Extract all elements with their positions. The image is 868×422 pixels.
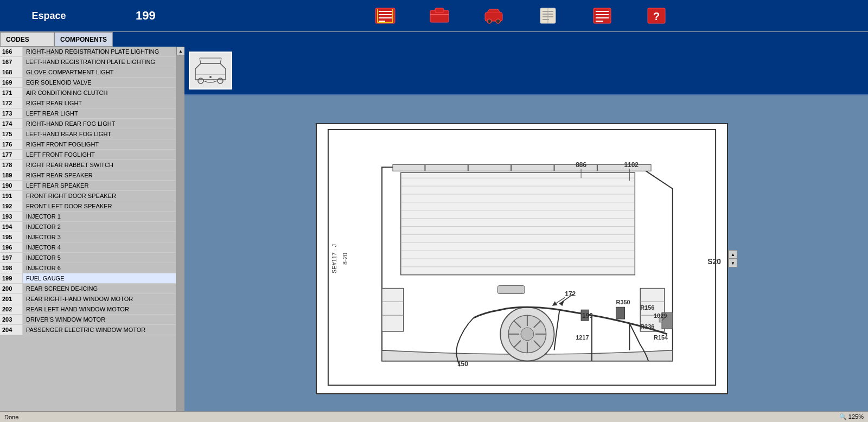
sidebar-item[interactable]: 201REAR RIGHT-HAND WINDOW MOTOR (0, 294, 176, 304)
wiring-icon[interactable] (374, 6, 396, 25)
sidebar-item-num: 190 (0, 181, 23, 190)
sidebar-item[interactable]: 172RIGHT REAR LIGHT (0, 98, 176, 108)
zoom-icon: 🔍 (839, 413, 847, 420)
sidebar-item[interactable]: 204PASSENGER ELECTRIC WINDOW MOTOR (0, 325, 176, 335)
svg-text:199: 199 (582, 312, 593, 319)
sidebar-item-num: 193 (0, 212, 23, 221)
sidebar-item-num: 177 (0, 150, 23, 159)
sidebar-item-label: RIGHT-HAND REGISTRATION PLATE LIGHTING (23, 47, 176, 56)
svg-point-61 (521, 328, 534, 341)
sidebar-scrollbar: ▲ ▼ (176, 47, 184, 422)
sidebar-item[interactable]: 198INJECTOR 6 (0, 263, 176, 273)
sidebar-item[interactable]: 174RIGHT-HAND REAR FOG LIGHT (0, 119, 176, 129)
sidebar-item[interactable]: 167LEFT-HAND REGISTRATION PLATE LIGHTING (0, 57, 176, 67)
sidebar-item[interactable]: 166RIGHT-HAND REGISTRATION PLATE LIGHTIN… (0, 47, 176, 57)
sidebar-item-num: 191 (0, 191, 23, 201)
sidebar-item[interactable]: 194INJECTOR 2 (0, 222, 176, 232)
sidebar-item-label: INJECTOR 1 (23, 212, 176, 221)
book-icon[interactable] (537, 6, 559, 25)
sidebar-item-num: 189 (0, 170, 23, 180)
sidebar-item[interactable]: 196INJECTOR 4 (0, 242, 176, 253)
sidebar-item[interactable]: 197INJECTOR 5 (0, 253, 176, 263)
sidebar-item[interactable]: 168GLOVE COMPARTMENT LIGHT (0, 67, 176, 78)
sidebar-item-label: EGR SOLENOID VALVE (23, 78, 176, 87)
sidebar-item-label: PASSENGER ELECTRIC WINDOW MOTOR (23, 325, 176, 335)
sidebar-item[interactable]: 202REAR LEFT-HAND WINDOW MOTOR (0, 304, 176, 315)
sidebar-item[interactable]: 203DRIVER'S WINDOW MOTOR (0, 315, 176, 325)
sidebar-item-num: 198 (0, 263, 23, 273)
svg-text:1217: 1217 (576, 334, 589, 341)
sidebar-item-num: 166 (0, 47, 23, 56)
diagram-scroll-up[interactable]: ▲ (729, 250, 737, 259)
status-text: Done (4, 414, 18, 420)
sidebar-item[interactable]: 195INJECTOR 3 (0, 232, 176, 242)
sidebar-item-label: DRIVER'S WINDOW MOTOR (23, 315, 176, 324)
svg-text:886: 886 (576, 161, 586, 169)
svg-rect-52 (382, 289, 404, 331)
sidebar-item-label: FRONT LEFT DOOR SPEAKER (23, 201, 176, 211)
scrollbar-track[interactable] (176, 55, 184, 413)
sidebar-item-num: 174 (0, 119, 23, 129)
sidebar-item-label: FRONT RIGHT DOOR SPEAKER (23, 191, 176, 201)
sidebar-item-label: LEFT FRONT FOGLIGHT (23, 150, 176, 159)
sidebar-item-num: 167 (0, 57, 23, 67)
sidebar-item[interactable]: 171AIR CONDITIONING CLUTCH (0, 88, 176, 98)
sidebar-item[interactable]: 178RIGHT REAR RABBET SWITCH (0, 160, 176, 170)
sidebar-wrapper: 166RIGHT-HAND REGISTRATION PLATE LIGHTIN… (0, 47, 184, 422)
sidebar-item-label: RIGHT REAR LIGHT (23, 98, 176, 108)
sidebar-item[interactable]: 176RIGHT FRONT FOGLIGHT (0, 139, 176, 150)
sidebar-item-num: 176 (0, 139, 23, 149)
code-number: 199 (136, 9, 168, 23)
diagram-scrollbar: ▲ ▼ (728, 250, 737, 267)
help-icon[interactable]: ? (646, 6, 667, 25)
sidebar-item-label: RIGHT REAR RABBET SWITCH (23, 160, 176, 170)
sidebar-item[interactable]: 192FRONT LEFT DOOR SPEAKER (0, 201, 176, 212)
sidebar-item-num: 200 (0, 284, 23, 293)
app-title: Espace (5, 10, 92, 22)
main-area: 166RIGHT-HAND REGISTRATION PLATE LIGHTIN… (0, 47, 868, 422)
sidebar-item[interactable]: 189RIGHT REAR SPEAKER (0, 170, 176, 181)
svg-point-9 (487, 19, 492, 23)
svg-text:R154: R154 (654, 334, 668, 341)
sidebar-item-label: REAR SCREEN DE-ICING (23, 284, 176, 293)
sidebar-item-num: 202 (0, 304, 23, 314)
sidebar-item-label: INJECTOR 6 (23, 263, 176, 273)
sidebar-item-label: INJECTOR 4 (23, 242, 176, 252)
svg-rect-71 (616, 307, 625, 319)
diagram-scroll-down[interactable]: ▼ (729, 259, 737, 267)
sidebar-item[interactable]: 190LEFT REAR SPEAKER (0, 181, 176, 191)
sidebar-item-label: REAR RIGHT-HAND WINDOW MOTOR (23, 294, 176, 304)
sidebar-item-label: INJECTOR 5 (23, 253, 176, 263)
sidebar-item[interactable]: 175LEFT-HAND REAR FOG LIGHT (0, 129, 176, 139)
sidebar-item[interactable]: 173LEFT REAR LIGHT (0, 108, 176, 119)
sidebar-list: 166RIGHT-HAND REGISTRATION PLATE LIGHTIN… (0, 47, 176, 422)
toolbar: ? (179, 6, 863, 25)
thumbnail-strip (184, 47, 868, 95)
sidebar-item[interactable]: 191FRONT RIGHT DOOR SPEAKER (0, 191, 176, 201)
svg-rect-46 (393, 164, 651, 171)
sidebar-item-num: 204 (0, 325, 23, 335)
svg-text:SE#117 - J: SE#117 - J (331, 244, 337, 273)
sidebar-item[interactable]: 169EGR SOLENOID VALVE (0, 78, 176, 88)
sidebar-item-num: 199 (0, 273, 23, 283)
sidebar-item-num: 201 (0, 294, 23, 304)
sidebar-item[interactable]: 199FUEL GAUGE (0, 273, 176, 284)
sidebar-item-num: 169 (0, 78, 23, 87)
tab-codes[interactable]: CODES (0, 32, 54, 47)
sidebar-item-label: LEFT-HAND REGISTRATION PLATE LIGHTING (23, 57, 176, 67)
sidebar-item-num: 175 (0, 129, 23, 139)
car-icon[interactable] (483, 6, 505, 25)
sidebar-item-label: FUEL GAUGE (23, 273, 176, 283)
sidebar-item[interactable]: 200REAR SCREEN DE-ICING (0, 284, 176, 294)
thumbnail-1[interactable] (189, 52, 232, 89)
toolkit-icon[interactable] (429, 6, 450, 25)
sidebar-item[interactable]: 193INJECTOR 1 (0, 212, 176, 222)
svg-text:1102: 1102 (624, 161, 639, 169)
sidebar-item[interactable]: 177LEFT FRONT FOGLIGHT (0, 150, 176, 160)
index-icon[interactable] (591, 6, 613, 25)
sidebar-item-label: LEFT-HAND REAR FOG LIGHT (23, 129, 176, 139)
scroll-up-btn[interactable]: ▲ (176, 47, 185, 55)
tab-components[interactable]: COMPONENTS (54, 32, 113, 47)
sidebar-item-num: 196 (0, 242, 23, 252)
sidebar-item-label: RIGHT FRONT FOGLIGHT (23, 139, 176, 149)
